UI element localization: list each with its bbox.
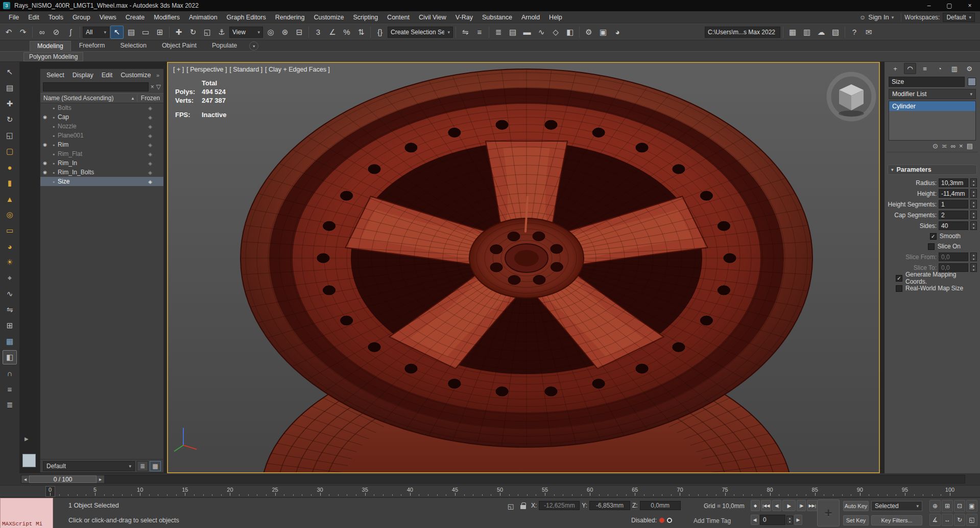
explorer-menu-customize[interactable]: Customize [116,72,155,79]
select-and-rotate-icon[interactable]: ↻ [186,26,200,39]
spinner-down-icon[interactable]: ▾ [971,226,976,230]
frozen-toggle-icon[interactable]: ◈ [137,133,163,139]
time-slider-track[interactable]: ◂ 0 / 100 ▸ [21,475,965,484]
zoom-extents-icon[interactable]: ⊡ [954,500,965,512]
toolbar-overflow-icon[interactable]: » [156,72,161,78]
rectangular-selection-icon[interactable]: ▭ [139,26,152,39]
object-name-field[interactable]: Size [889,77,965,87]
viewport-menu-3[interactable]: [ Clay + Edged Faces ] [265,66,330,73]
coordinate-field-y[interactable]: -6,853mm [589,501,630,510]
select-tool-icon[interactable]: ↖ [3,65,17,79]
selection-lock-toggle[interactable] [518,501,528,511]
visibility-eye-icon[interactable]: ◉ [40,142,50,147]
render-icon[interactable]: ◕ [611,26,624,39]
scene-explorer-toggle-icon[interactable]: ≣ [492,26,505,39]
play-button[interactable]: ▶ [782,500,796,511]
box-primitive-icon[interactable]: ▢ [3,144,17,158]
spinner-down-icon[interactable]: ▾ [971,215,976,219]
next-key-button[interactable]: ▶ [794,515,802,525]
tab-modeling[interactable]: Modeling [30,41,71,51]
unlink-selection-icon[interactable]: ⊘ [50,26,63,39]
material-editor-icon[interactable]: ◧ [563,26,577,39]
param-value-field[interactable]: 2 [939,211,968,219]
motion-tab[interactable]: ◔ [934,63,946,74]
zoom-icon[interactable]: ⊕ [929,500,941,512]
select-by-name-tool-icon[interactable]: ▤ [3,81,17,95]
spinner-up-icon[interactable]: ▴ [971,253,976,257]
frozen-toggle-icon[interactable]: ◈ [137,179,163,185]
spinner-down-icon[interactable]: ▾ [787,520,793,524]
workspace-switch-icon[interactable]: ▦ [786,26,799,39]
explorer-row-size[interactable]: ●Size◈ [40,177,163,186]
spinner-up-icon[interactable]: ▴ [971,211,976,215]
current-frame-field[interactable]: 0 [760,515,785,525]
spinner-up-icon[interactable]: ▴ [787,516,793,520]
array-tool-icon[interactable]: ⊞ [3,318,17,333]
show-end-result-icon[interactable]: ≍ [942,142,947,150]
explorer-row-rim-in[interactable]: ◉●Rim_In◈ [40,158,163,168]
explorer-row-rim-flat[interactable]: ●Rim_Flat◈ [40,149,163,158]
explorer-row-rim[interactable]: ◉●Rim◈ [40,140,163,149]
menu-arnold[interactable]: Arnold [517,14,544,21]
spinner-down-icon[interactable]: ▾ [971,204,976,209]
checkbox-slice-on[interactable] [928,243,935,250]
add-time-tag[interactable]: Add Time Tag [694,517,731,524]
named-selection-sets-dropdown[interactable]: Create Selection Se▾ [388,27,453,38]
checkbox-real-world-map-size[interactable] [896,285,902,292]
name-column-header[interactable]: Name (Sorted Ascending) ▲ [40,95,137,102]
checkbox-smooth[interactable]: ✓ [930,233,937,240]
spinner-up-icon[interactable]: ▴ [971,222,976,226]
tab-freeform[interactable]: Freeform [72,41,112,51]
search-help-icon[interactable]: ? [848,26,861,39]
torus-primitive-icon[interactable]: ◎ [3,208,17,222]
percent-snap-icon[interactable]: % [340,26,353,39]
next-frame-arrow[interactable]: ▸ [97,475,104,483]
spinner-up-icon[interactable]: ▴ [971,200,976,204]
set-keys-button[interactable]: + [817,499,840,526]
previous-key-button[interactable]: ◀ [751,515,759,525]
param-value-field[interactable]: 0,0 [939,252,968,261]
menu-edit[interactable]: Edit [23,14,44,21]
move-tool-icon[interactable]: ✚ [3,97,17,111]
make-unique-icon[interactable]: ∞ [951,142,955,150]
maximize-button[interactable]: ▢ [939,0,960,11]
reference-coordinate-dropdown[interactable]: View▾ [229,27,263,38]
zoom-window-icon[interactable]: ⊞ [942,500,953,512]
clear-search-icon[interactable]: × [151,83,154,90]
explorer-row-plane001[interactable]: ●Plane001◈ [40,131,163,140]
render-in-cloud-icon[interactable]: ☁ [815,26,828,39]
viewport-canvas[interactable] [168,63,879,472]
param-value-field[interactable]: -11,4mm [939,189,968,198]
select-object-icon[interactable]: ↖ [110,26,124,39]
rotate-tool-icon[interactable]: ↻ [3,112,17,127]
select-and-manipulate-icon[interactable]: ⊛ [278,26,292,39]
explorer-search-input[interactable] [43,82,149,91]
spinner-down-icon[interactable]: ▾ [971,194,976,198]
explorer-row-rim-in-bolts[interactable]: ◉●Rim_In_Bolts◈ [40,168,163,177]
time-slider-handle[interactable]: 0 / 100 [29,475,97,483]
frozen-column-header[interactable]: Frozen [137,95,163,102]
frozen-toggle-icon[interactable]: ◈ [137,105,163,111]
pan-icon[interactable]: ↔ [942,514,953,526]
coordinate-field-x[interactable]: -12,625mm [539,501,580,510]
spinner-down-icon[interactable]: ▾ [971,257,976,261]
feedback-icon[interactable]: ✉ [862,26,875,39]
spinner-control[interactable]: ▴▾ [970,252,977,261]
viewcube[interactable] [829,74,874,119]
track-bar-ruler[interactable]: 0510152025303540455055606570758085909510… [0,485,980,497]
redo-icon[interactable]: ↷ [16,26,30,39]
tab-populate[interactable]: Populate [205,41,244,51]
curve-editor-icon[interactable]: ∿ [535,26,548,39]
frozen-toggle-icon[interactable]: ◈ [137,124,163,129]
explorer-menu-select[interactable]: Select [42,72,68,79]
viewport-layout-tab[interactable] [22,454,36,467]
edit-selection-sets-icon[interactable]: {} [373,26,387,39]
menu-help[interactable]: Help [544,14,567,21]
ribbon-toggle-icon[interactable]: ▬ [520,26,534,39]
keyboard-override-icon[interactable]: ⊟ [293,26,306,39]
coordinate-field-z[interactable]: 0,0mm [640,501,681,510]
menu-file[interactable]: File [4,14,23,21]
spinner-snap-icon[interactable]: ⇅ [354,26,368,39]
auto-key-button[interactable]: Auto Key [843,501,869,511]
menu-group[interactable]: Group [68,14,95,21]
